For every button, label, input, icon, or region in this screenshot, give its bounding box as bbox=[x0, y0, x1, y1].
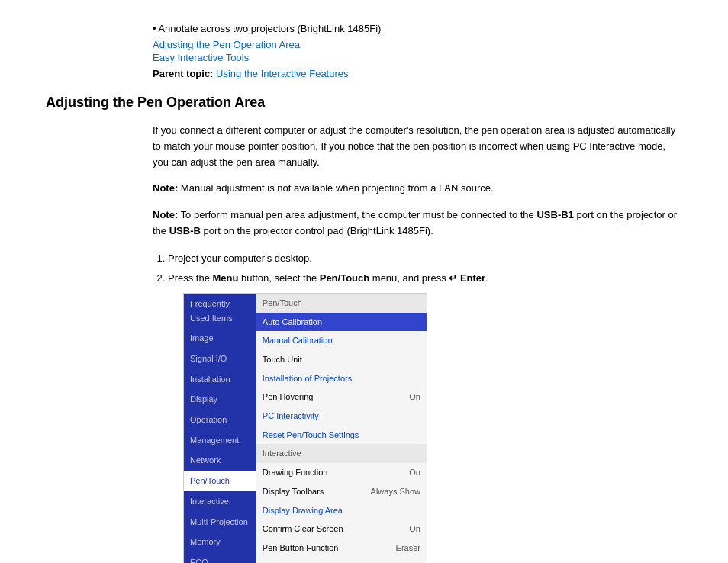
note2-text: To perform manual pen area adjustment, t… bbox=[181, 209, 537, 220]
step-1: Project your computer's desktop. bbox=[168, 250, 682, 267]
menu-row: Frequently Used Items Image Signal I/O I… bbox=[184, 294, 427, 563]
menu-item-touch-unit[interactable]: Touch Unit bbox=[256, 350, 427, 369]
intro-paragraph: If you connect a different computer or a… bbox=[153, 123, 682, 170]
menu-left-image[interactable]: Image bbox=[184, 328, 256, 349]
parent-topic-link[interactable]: Using the Interactive Features bbox=[216, 68, 348, 79]
menu-item-drawing-function[interactable]: Drawing Function On bbox=[256, 463, 427, 482]
menu-item-display-clock[interactable]: Display Clock Date & Time ▲ bbox=[256, 558, 427, 563]
note2-usb-b: USB-B bbox=[169, 225, 201, 236]
menu-right-column: Pen/Touch Auto Calibration Manual Calibr… bbox=[256, 294, 427, 563]
menu-table: Frequently Used Items Image Signal I/O I… bbox=[184, 294, 427, 563]
menu-left-network[interactable]: Network bbox=[184, 450, 256, 471]
menu-left-signal-io[interactable]: Signal I/O bbox=[184, 349, 256, 369]
menu-item-manual-calibration[interactable]: Manual Calibration bbox=[256, 331, 427, 350]
step2-menu-bold: Menu bbox=[213, 272, 239, 284]
menu-item-pen-button[interactable]: Pen Button Function Eraser bbox=[256, 539, 427, 558]
parent-topic-label: Parent topic: bbox=[153, 68, 213, 79]
menu-item-pc-interactivity[interactable]: PC Interactivity bbox=[256, 407, 427, 426]
menu-left-display[interactable]: Display bbox=[184, 389, 256, 410]
menu-left-memory[interactable]: Memory bbox=[184, 532, 256, 552]
menu-item-display-drawing[interactable]: Display Drawing Area bbox=[256, 501, 427, 520]
menu-left-multi-projection[interactable]: Multi-Projection bbox=[184, 512, 256, 532]
note2-label: Note: bbox=[153, 209, 178, 220]
menu-left-installation[interactable]: Installation bbox=[184, 369, 256, 390]
step2-enter: ↵ Enter bbox=[449, 272, 485, 284]
menu-left-management[interactable]: Management bbox=[184, 430, 256, 451]
step-2: Press the Menu button, select the Pen/To… bbox=[168, 270, 682, 563]
parent-topic: Parent topic: Using the Interactive Feat… bbox=[153, 68, 682, 79]
content-area: If you connect a different computer or a… bbox=[153, 123, 682, 563]
step2-text: Press the Menu button, select the Pen/To… bbox=[168, 272, 488, 284]
menu-screenshot: Frequently Used Items Image Signal I/O I… bbox=[183, 293, 427, 563]
steps-list: Project your computer's desktop. Press t… bbox=[168, 250, 682, 563]
menu-item-auto-calibration[interactable]: Auto Calibration bbox=[256, 313, 427, 332]
menu-left-column: Frequently Used Items Image Signal I/O I… bbox=[184, 294, 256, 563]
link-adjusting-pen[interactable]: Adjusting the Pen Operation Area bbox=[153, 39, 682, 50]
menu-left-interactive[interactable]: Interactive bbox=[184, 491, 256, 512]
menu-left-eco[interactable]: ECO bbox=[184, 552, 256, 563]
menu-item-display-toolbars[interactable]: Display Toolbars Always Show bbox=[256, 482, 427, 501]
note-2: Note: To perform manual pen area adjustm… bbox=[153, 208, 682, 240]
page-container: Annotate across two projectors (BrightLi… bbox=[0, 0, 728, 563]
arrow-icon: ▲ bbox=[412, 560, 420, 563]
menu-item-installation-projectors[interactable]: Installation of Projectors bbox=[256, 369, 427, 388]
menu-interactive-header: Interactive bbox=[256, 444, 427, 463]
menu-item-pen-hovering[interactable]: Pen Hovering On bbox=[256, 388, 427, 407]
bullet-item: Annotate across two projectors (BrightLi… bbox=[153, 23, 682, 34]
link-easy-tools[interactable]: Easy Interactive Tools bbox=[153, 52, 682, 63]
note2-end: port on the projector control pad (Brigh… bbox=[203, 225, 433, 236]
note1-label: Note: bbox=[153, 182, 178, 194]
note1-text: Manual adjustment is not available when … bbox=[181, 182, 494, 194]
note-1: Note: Manual adjustment is not available… bbox=[153, 181, 682, 197]
menu-item-confirm-clear[interactable]: Confirm Clear Screen On bbox=[256, 520, 427, 539]
menu-item-reset-pen[interactable]: Reset Pen/Touch Settings bbox=[256, 426, 427, 445]
top-links: Adjusting the Pen Operation Area Easy In… bbox=[153, 39, 682, 63]
menu-left-pentouch[interactable]: Pen/Touch bbox=[184, 471, 256, 491]
menu-left-frequently-used[interactable]: Frequently Used Items bbox=[184, 294, 256, 328]
menu-left-operation[interactable]: Operation bbox=[184, 410, 256, 430]
section-title: Adjusting the Pen Operation Area bbox=[46, 95, 682, 111]
note2-usb-b1: USB-B1 bbox=[536, 209, 573, 220]
step2-pentouch-bold: Pen/Touch bbox=[320, 272, 369, 284]
menu-right-header: Pen/Touch bbox=[256, 294, 427, 313]
